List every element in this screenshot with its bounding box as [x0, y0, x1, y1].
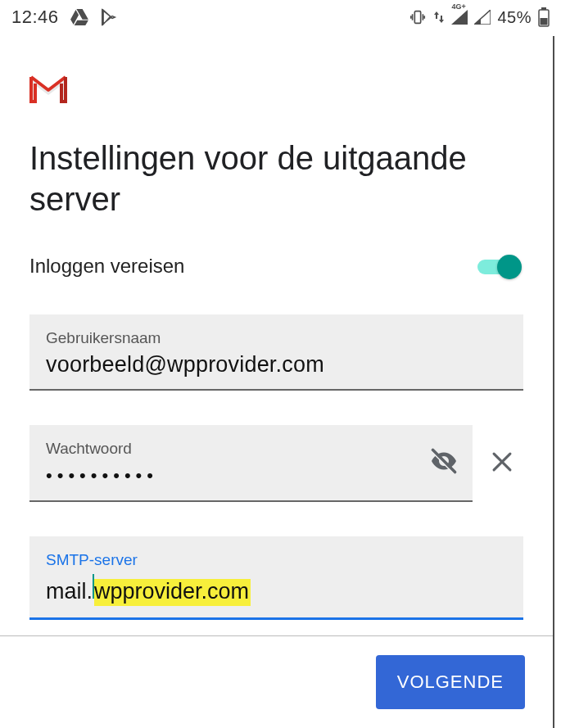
username-value: voorbeeld@wpprovider.com — [46, 352, 507, 378]
battery-text: 45% — [497, 8, 532, 27]
battery-icon — [538, 7, 550, 27]
next-button[interactable]: VOLGENDE — [376, 655, 525, 709]
require-login-toggle[interactable] — [477, 254, 523, 278]
status-bar: 12:46 4G+ 45% — [0, 0, 561, 34]
eye-off-icon — [429, 446, 459, 479]
password-value: •••••••••• — [46, 463, 399, 489]
password-label: Wachtwoord — [46, 440, 399, 458]
smtp-label: SMTP-server — [46, 551, 507, 569]
gmail-logo-icon — [29, 75, 523, 106]
footer: VOLGENDE — [0, 636, 553, 728]
page-content: Instellingen voor de uitgaande server In… — [0, 36, 554, 728]
smtp-value: mail.wpprovider.com — [46, 574, 251, 606]
clear-password-button[interactable] — [481, 442, 523, 485]
signal-4g-icon: 4G+ — [451, 10, 468, 25]
signal-secondary-icon — [474, 10, 491, 25]
toggle-password-visibility-button[interactable] — [415, 425, 473, 500]
play-store-icon — [100, 8, 118, 26]
clock: 12:46 — [11, 7, 59, 28]
username-label: Gebruikersnaam — [46, 329, 507, 347]
svg-rect-0 — [415, 11, 421, 24]
data-arrows-icon — [433, 10, 445, 25]
drive-icon — [70, 9, 88, 25]
username-field[interactable]: Gebruikersnaam voorbeeld@wpprovider.com — [29, 314, 523, 391]
password-field[interactable]: Wachtwoord •••••••••• — [29, 425, 473, 502]
smtp-server-field[interactable]: SMTP-server mail.wpprovider.com — [29, 536, 523, 620]
vibrate-icon — [409, 8, 427, 26]
page-title: Instellingen voor de uitgaande server — [29, 138, 523, 219]
close-icon — [488, 448, 516, 479]
require-login-label: Inloggen vereisen — [29, 255, 184, 278]
svg-rect-3 — [541, 18, 548, 25]
